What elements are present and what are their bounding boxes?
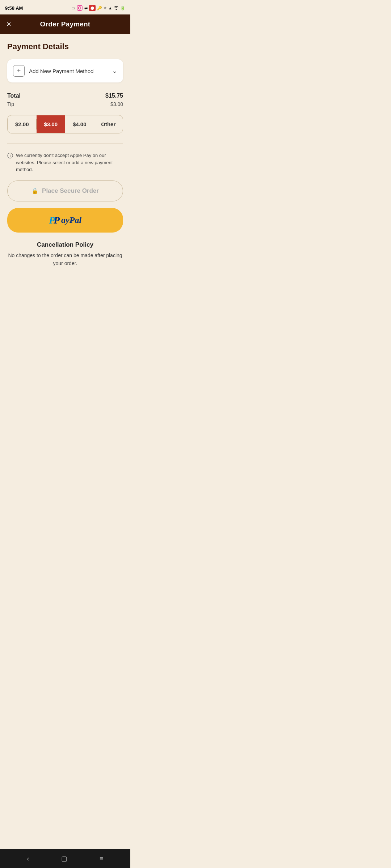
cancellation-policy: Cancellation Policy No changes to the or… xyxy=(7,241,123,268)
total-amount: $15.75 xyxy=(105,93,123,99)
status-icons: ▭ ⇌ ⬤ 🔑 ✳ ▲ 🔋 xyxy=(71,5,125,11)
camera-icon: ▭ xyxy=(71,6,75,10)
total-row: Total $15.75 xyxy=(7,93,123,99)
svg-point-1 xyxy=(79,7,81,9)
place-secure-order-button[interactable]: 🔒 Place Secure Order xyxy=(7,180,123,201)
back-button[interactable]: ‹ xyxy=(22,854,33,864)
key-icon: 🔑 xyxy=(97,6,102,10)
total-label: Total xyxy=(7,93,21,99)
menu-button[interactable]: ≡ xyxy=(95,854,108,864)
home-button[interactable]: ▢ xyxy=(57,853,72,864)
instagram-icon xyxy=(76,5,83,11)
svg-rect-0 xyxy=(77,5,82,10)
paypal-button[interactable]: P P ayPal xyxy=(7,208,123,233)
policy-title: Cancellation Policy xyxy=(7,241,123,248)
tip-option-4[interactable]: $4.00 xyxy=(65,115,94,133)
status-bar: 9:58 AM ▭ ⇌ ⬤ 🔑 ✳ ▲ 🔋 xyxy=(0,0,130,14)
payment-details-title: Payment Details xyxy=(7,42,123,51)
plus-icon: + xyxy=(13,65,25,77)
page-title: Order Payment xyxy=(40,20,91,28)
add-payment-method-card[interactable]: + Add New Payment Method ⌄ xyxy=(7,59,123,82)
lock-icon: 🔒 xyxy=(31,188,38,194)
chevron-down-icon: ⌄ xyxy=(112,67,117,75)
tip-option-2[interactable]: $2.00 xyxy=(8,115,37,133)
paypal-text: ayPal xyxy=(61,215,81,225)
wifi-icon: ⇌ xyxy=(84,6,88,10)
apple-pay-notice: ⓘ We currently don't accept Apple Pay on… xyxy=(7,152,123,173)
notice-text: We currently don't accept Apple Pay on o… xyxy=(16,152,123,173)
paypal-p2-icon: P xyxy=(54,214,60,226)
tip-option-other[interactable]: Other xyxy=(94,115,123,133)
tip-options-group: $2.00 $3.00 $4.00 Other xyxy=(7,115,123,133)
top-nav: × Order Payment xyxy=(0,14,130,34)
record-icon: ⬤ xyxy=(89,5,96,11)
tip-row: Tip $3.00 xyxy=(7,101,123,107)
section-divider xyxy=(7,144,123,144)
add-payment-label: Add New Payment Method xyxy=(29,68,93,74)
wifi2-icon xyxy=(114,5,119,10)
bottom-nav: ‹ ▢ ≡ xyxy=(0,849,130,868)
tip-amount: $3.00 xyxy=(110,101,123,107)
policy-text: No changes to the order can be made afte… xyxy=(7,251,123,268)
battery-icon: 🔋 xyxy=(120,6,125,10)
main-content: Payment Details + Add New Payment Method… xyxy=(0,34,130,849)
tip-option-3[interactable]: $3.00 xyxy=(37,115,66,133)
payment-method-left: + Add New Payment Method xyxy=(13,65,93,77)
status-time: 9:58 AM xyxy=(5,5,23,11)
paypal-logo: P P ayPal xyxy=(49,214,81,226)
tip-label: Tip xyxy=(7,101,14,107)
signal-icon: ▲ xyxy=(108,6,112,10)
svg-point-2 xyxy=(81,7,81,7)
info-icon: ⓘ xyxy=(7,152,13,160)
close-button[interactable]: × xyxy=(7,20,11,28)
place-order-label: Place Secure Order xyxy=(42,187,99,195)
total-section: Total $15.75 Tip $3.00 xyxy=(7,93,123,107)
bluetooth-icon: ✳ xyxy=(104,6,107,10)
